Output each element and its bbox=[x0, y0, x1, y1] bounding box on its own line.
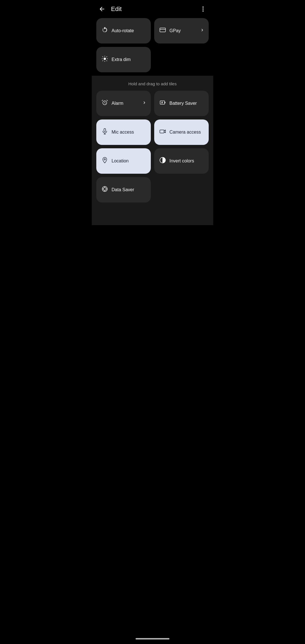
tile-battery-saver[interactable]: Battery Saver bbox=[154, 91, 209, 116]
data-saver-icon bbox=[101, 186, 108, 194]
svg-point-4 bbox=[104, 58, 106, 60]
tile-row-alarm-battery: Alarm Battery Saver bbox=[96, 91, 209, 116]
gpay-icon bbox=[159, 27, 166, 35]
svg-rect-8 bbox=[160, 130, 164, 133]
top-tiles-section: Auto-rotate GPay bbox=[92, 18, 213, 72]
location-label: Location bbox=[112, 158, 129, 164]
tile-row-mic-camera: Mic access Camera access bbox=[96, 119, 209, 145]
svg-rect-3 bbox=[160, 28, 165, 32]
data-saver-label: Data Saver bbox=[112, 187, 134, 192]
mic-access-label: Mic access bbox=[112, 130, 134, 135]
svg-rect-7 bbox=[104, 129, 106, 132]
battery-saver-icon bbox=[159, 99, 166, 108]
alarm-label: Alarm bbox=[112, 101, 123, 106]
header: Edit bbox=[92, 0, 213, 18]
tile-camera-access[interactable]: Camera access bbox=[154, 119, 209, 145]
mic-access-icon bbox=[101, 128, 108, 136]
available-tiles-section: Hold and drag to add tiles Alarm bbox=[92, 76, 213, 225]
tile-gpay[interactable]: GPay bbox=[154, 18, 209, 43]
svg-point-2 bbox=[202, 10, 204, 12]
tile-extra-dim[interactable]: Extra dim bbox=[96, 47, 151, 72]
invert-colors-icon bbox=[159, 157, 166, 165]
gpay-label: GPay bbox=[169, 28, 181, 33]
extra-dim-icon bbox=[101, 55, 108, 64]
tile-location[interactable]: Location bbox=[96, 148, 151, 174]
svg-point-0 bbox=[202, 6, 204, 8]
auto-rotate-label: Auto-rotate bbox=[112, 28, 134, 33]
battery-saver-label: Battery Saver bbox=[169, 101, 197, 106]
alarm-icon bbox=[101, 99, 108, 108]
header-left: Edit bbox=[97, 5, 122, 14]
tile-mic-access[interactable]: Mic access bbox=[96, 119, 151, 145]
tile-alarm[interactable]: Alarm bbox=[96, 91, 151, 116]
svg-point-1 bbox=[202, 8, 204, 10]
gpay-arrow-icon bbox=[200, 28, 205, 34]
camera-access-icon bbox=[159, 128, 166, 136]
camera-access-label: Camera access bbox=[169, 130, 201, 135]
auto-rotate-icon bbox=[101, 27, 108, 35]
alarm-arrow-icon bbox=[142, 100, 147, 107]
drag-hint-text: Hold and drag to add tiles bbox=[96, 81, 209, 91]
more-options-button[interactable] bbox=[199, 5, 208, 14]
tile-auto-rotate[interactable]: Auto-rotate bbox=[96, 18, 151, 43]
invert-colors-label: Invert colors bbox=[169, 158, 194, 164]
extra-dim-label: Extra dim bbox=[112, 57, 131, 62]
tile-row-1: Auto-rotate GPay bbox=[96, 18, 209, 43]
location-icon bbox=[101, 157, 108, 165]
tile-row-data-saver: Data Saver bbox=[96, 177, 209, 225]
bottom-nav bbox=[92, 636, 213, 644]
tile-invert-colors[interactable]: Invert colors bbox=[154, 148, 209, 174]
nav-indicator bbox=[136, 638, 169, 639]
back-button[interactable] bbox=[97, 5, 106, 14]
tile-row-location-invert: Location Invert colors bbox=[96, 148, 209, 174]
page-title: Edit bbox=[111, 5, 122, 13]
tile-row-extra-dim: Extra dim bbox=[96, 47, 209, 72]
svg-point-11 bbox=[103, 188, 106, 190]
svg-point-9 bbox=[104, 159, 106, 160]
tile-data-saver[interactable]: Data Saver bbox=[96, 177, 151, 203]
